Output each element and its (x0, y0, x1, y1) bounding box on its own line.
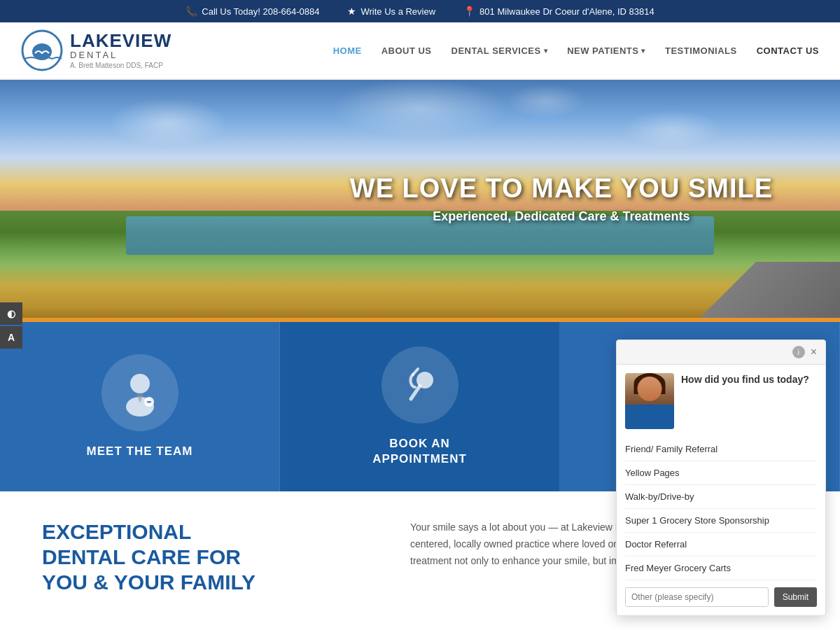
logo-area[interactable]: LAKEVIEW DENTAL A. Brett Matteson DDS, F… (21, 29, 172, 71)
chat-option-super1-grocery[interactable]: Super 1 Grocery Store Sponsorship (625, 509, 817, 533)
book-appointment-icon-circle (382, 346, 458, 424)
dental-tool-icon (396, 360, 444, 410)
phone-label: Call Us Today! 208-664-0884 (202, 6, 319, 17)
doctor-icon (115, 368, 164, 417)
chat-other-input[interactable] (625, 587, 769, 607)
phone-link[interactable]: 📞 Call Us Today! 208-664-0884 (186, 6, 319, 17)
text-size-button[interactable]: A (0, 326, 22, 349)
avatar-face (638, 377, 662, 401)
chevron-down-icon: ▾ (641, 47, 645, 55)
contrast-toggle-button[interactable]: ◐ (0, 302, 22, 325)
chat-option-yellow-pages[interactable]: Yellow Pages (625, 461, 817, 485)
chat-option-walkby[interactable]: Walk-by/Drive-by (625, 485, 817, 509)
logo-dental: DENTAL (70, 50, 172, 60)
chat-header: i × (617, 340, 825, 365)
logo-subtitle: A. Brett Matteson DDS, FACP (70, 62, 172, 69)
feature-book-appointment-label: BOOK AN APPOINTMENT (372, 436, 467, 467)
nav-testimonials[interactable]: TESTIMONIALS (665, 46, 737, 56)
logo-brand: LAKEVIEW (70, 31, 172, 50)
chat-close-button[interactable]: × (811, 346, 817, 358)
svg-point-2 (130, 374, 150, 393)
header: LAKEVIEW DENTAL A. Brett Matteson DDS, F… (0, 22, 840, 80)
feature-meet-team-label: MEET THE TEAM (87, 444, 193, 459)
chat-info-button[interactable]: i (792, 346, 805, 358)
address-link[interactable]: 📍 801 Milwaukee Dr Coeur d'Alene, ID 838… (463, 6, 654, 17)
hero-section: WE LOVE TO MAKE YOU SMILE Experienced, D… (0, 80, 840, 318)
accessibility-buttons: ◐ A (0, 302, 22, 349)
chat-question: How did you find us today? (681, 373, 809, 387)
chat-other-row: Submit (625, 580, 817, 607)
bottom-left: EXCEPTIONAL DENTAL CARE FOR YOU & YOUR F… (42, 519, 382, 595)
phone-icon: 📞 (186, 6, 197, 17)
review-link[interactable]: ★ Write Us a Review (347, 6, 435, 17)
chat-avatar (625, 373, 674, 429)
logo-svg (21, 29, 63, 71)
nav-dental-services[interactable]: DENTAL SERVICES ▾ (451, 46, 548, 56)
chat-options: Friend/ Family Referral Yellow Pages Wal… (617, 438, 825, 615)
feature-meet-team[interactable]: MEET THE TEAM (0, 322, 280, 491)
chat-option-fred-meyer[interactable]: Fred Meyer Grocery Carts (625, 556, 817, 580)
nav-contact[interactable]: CONTACT US (757, 46, 819, 56)
meet-team-icon-circle (102, 354, 178, 431)
review-label: Write Us a Review (360, 6, 435, 17)
star-icon: ★ (347, 6, 356, 17)
avatar-body (625, 405, 674, 429)
chat-body: How did you find us today? (617, 365, 825, 438)
chat-popup: i × How did you find us today? Friend/ F… (616, 340, 826, 616)
hero-subtitle: Experienced, Dedicated Care & Treatments (350, 209, 773, 223)
chat-option-friend-referral[interactable]: Friend/ Family Referral (625, 438, 817, 461)
nav-new-patients[interactable]: NEW PATIENTS ▾ (567, 46, 645, 56)
address-label: 801 Milwaukee Dr Coeur d'Alene, ID 83814 (479, 6, 654, 17)
nav-home[interactable]: HOME (333, 46, 362, 56)
hero-text: WE LOVE TO MAKE YOU SMILE Experienced, D… (350, 174, 773, 224)
location-icon: 📍 (463, 6, 475, 17)
feature-book-appointment[interactable]: BOOK AN APPOINTMENT (280, 322, 560, 491)
nav-about[interactable]: ABOUT US (382, 46, 432, 56)
logo-text: LAKEVIEW DENTAL A. Brett Matteson DDS, F… (70, 31, 172, 69)
chat-header-actions: i × (792, 346, 817, 358)
bottom-heading: EXCEPTIONAL DENTAL CARE FOR YOU & YOUR F… (42, 519, 382, 595)
chat-submit-button[interactable]: Submit (774, 587, 817, 607)
chat-option-doctor-referral[interactable]: Doctor Referral (625, 533, 817, 556)
main-nav: HOME ABOUT US DENTAL SERVICES ▾ NEW PATI… (333, 46, 819, 56)
chevron-down-icon: ▾ (544, 47, 548, 55)
hero-title: WE LOVE TO MAKE YOU SMILE (350, 174, 773, 204)
top-bar: 📞 Call Us Today! 208-664-0884 ★ Write Us… (0, 0, 840, 22)
svg-line-7 (413, 369, 418, 374)
